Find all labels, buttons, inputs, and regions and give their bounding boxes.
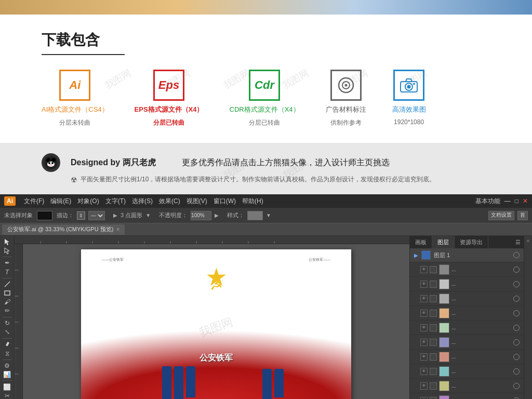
layer-target-circle[interactable] <box>513 397 520 400</box>
layer-color-swatch <box>421 250 431 260</box>
blend-tool[interactable]: ⧖ <box>2 349 13 357</box>
slice-tool[interactable]: ✂ <box>2 392 13 399</box>
svg-point-9 <box>51 158 56 162</box>
menu-select[interactable]: 选择(S) <box>132 197 153 206</box>
layer-lock-icon[interactable] <box>430 397 437 400</box>
pencil-tool[interactable]: ✏ <box>2 307 13 315</box>
menu-effect[interactable]: 效果(C) <box>159 197 180 206</box>
layer-target-circle[interactable] <box>513 383 520 389</box>
menu-object[interactable]: 对象(O) <box>77 197 99 206</box>
layer-lock-icon[interactable] <box>430 368 437 375</box>
layer-visibility-icon[interactable]: 👁 <box>420 310 428 317</box>
panel-menu-icon[interactable]: ☰ <box>515 239 521 246</box>
pen-tool[interactable]: ✒ <box>2 259 13 267</box>
layer-visibility-icon[interactable]: 👁 <box>420 324 428 331</box>
layer-visibility-icon[interactable]: 👁 <box>420 266 428 273</box>
style-swatch[interactable] <box>247 211 263 220</box>
eyedropper-tool[interactable] <box>2 340 13 348</box>
tab-close-btn[interactable]: × <box>116 227 119 232</box>
file-type-ai: Ai AI格式源文件（CS4） 分层未转曲 <box>42 70 109 127</box>
layer-lock-icon[interactable] <box>430 266 437 273</box>
layer-visibility-icon[interactable]: 👁 <box>420 353 428 361</box>
layer-target-circle[interactable] <box>513 267 520 273</box>
layers-list: 👁 ... 👁 ... 👁 ... <box>410 262 524 399</box>
layer-target-circle[interactable] <box>513 339 520 345</box>
layer-name: ... <box>451 383 511 389</box>
tool-divider-2 <box>3 278 12 278</box>
layer-expand-icon[interactable]: ▶ <box>414 252 418 258</box>
window-maximize-icon[interactable]: □ <box>515 197 518 205</box>
layer-circle <box>513 252 520 258</box>
window-close-icon[interactable]: ✕ <box>523 197 528 205</box>
layer-name: ... <box>451 325 511 330</box>
layer-lock-icon[interactable] <box>430 310 437 317</box>
top-banner <box>0 0 532 15</box>
arrange-btn[interactable]: 首 <box>517 211 528 220</box>
ai-label: AI格式源文件（CS4） <box>42 105 109 114</box>
cdr-label: CDR格式源文件（X4） <box>230 105 300 114</box>
symbol-tool[interactable]: ⚙ <box>2 362 13 369</box>
doc-settings-btn[interactable]: 文档设置 <box>488 211 514 220</box>
stroke-arrows[interactable]: ⇕ <box>77 211 85 220</box>
layer-name: ... <box>451 310 511 316</box>
rect-tool[interactable] <box>2 289 13 297</box>
layer-target-circle[interactable] <box>513 325 520 331</box>
panel-tab-assets[interactable]: 资源导出 <box>455 236 488 248</box>
layer-lock-icon[interactable] <box>430 295 437 302</box>
brush-tool[interactable]: 🖌 <box>2 298 13 306</box>
shape-label: 3 点圆形 <box>121 211 142 219</box>
ai-canvas-tab[interactable]: 公安铁军.ai @ 33.33% (CMYK/GPU 预览) × <box>2 224 125 235</box>
svg-point-2 <box>344 84 347 87</box>
ai-canvas-area: ★ ☭ 公安铁军 ——公安铁军 公安铁军—— 我图网 <box>15 236 409 399</box>
type-tool[interactable]: T <box>2 268 13 276</box>
layer-target-circle[interactable] <box>513 296 520 302</box>
color-swatch[interactable] <box>37 211 52 220</box>
layer-lock-icon[interactable] <box>430 339 437 346</box>
menu-help[interactable]: 帮助(H) <box>242 197 263 206</box>
ai-menu-items[interactable]: 文件(F) 编辑(E) 对象(O) 文字(T) 选择(S) 效果(C) 视图(V… <box>24 197 263 206</box>
layer-name: ... <box>451 296 511 301</box>
collapse-icon[interactable]: « <box>527 238 530 244</box>
layer-lock-icon[interactable] <box>430 324 437 331</box>
layer-lock-icon[interactable] <box>430 281 437 288</box>
layer-visibility-icon[interactable]: 👁 <box>420 368 428 375</box>
layer-target-circle[interactable] <box>513 368 520 375</box>
line-tool[interactable] <box>2 281 13 288</box>
menu-edit[interactable]: 编辑(E) <box>50 197 71 206</box>
rotate-tool[interactable]: ↻ <box>2 320 13 327</box>
window-minimize-icon[interactable]: — <box>504 197 511 205</box>
layer-visibility-icon[interactable]: 👁 <box>420 382 428 390</box>
layer-target-circle[interactable] <box>513 354 520 360</box>
direct-selection-tool[interactable] <box>2 247 13 255</box>
panel-collapse-strip: « <box>524 236 532 399</box>
layer-visibility-icon[interactable]: 👁 <box>420 397 428 400</box>
file-type-cdr: Cdr CDR格式源文件（X4） 分层已转曲 <box>230 70 300 127</box>
layer-thumbnail <box>439 264 449 275</box>
layer-visibility-icon[interactable]: 👁 <box>420 281 428 288</box>
layer-target-circle[interactable] <box>513 310 520 316</box>
layer-lock-icon[interactable] <box>430 382 437 390</box>
artboard-tool[interactable]: ⬜ <box>2 383 13 391</box>
graph-tool[interactable]: 📊 <box>2 370 13 378</box>
hammer-sickle-icon: ☭ <box>210 276 223 294</box>
menu-file[interactable]: 文件(F) <box>24 197 44 206</box>
layer-visibility-icon[interactable]: 👁 <box>420 339 428 346</box>
menu-window[interactable]: 窗口(W) <box>214 197 236 206</box>
menu-view[interactable]: 视图(V) <box>187 197 207 206</box>
ai-application: Ai 文件(F) 编辑(E) 对象(O) 文字(T) 选择(S) 效果(C) 视… <box>0 194 532 399</box>
panel-tab-layers[interactable]: 图层 <box>432 236 455 248</box>
panel-tab-artboards[interactable]: 画板 <box>410 236 432 248</box>
ads-circle-icon <box>337 76 355 94</box>
vertical-ruler <box>15 244 23 399</box>
layer-lock-icon[interactable] <box>430 353 437 361</box>
layer-visibility-icon[interactable]: 👁 <box>420 295 428 302</box>
eps-sublabel: 分层已转曲 <box>153 118 184 127</box>
selection-tool[interactable] <box>2 238 13 246</box>
stroke-width-select[interactable]: — <box>88 211 105 220</box>
cdr-icon-text: Cdr <box>255 78 274 92</box>
menu-text[interactable]: 文字(T) <box>105 197 126 206</box>
ads-sublabel: 供制作参考 <box>330 118 362 127</box>
scale-tool[interactable]: ⤡ <box>2 328 13 336</box>
opacity-input[interactable] <box>191 211 211 220</box>
layer-target-circle[interactable] <box>513 281 520 287</box>
